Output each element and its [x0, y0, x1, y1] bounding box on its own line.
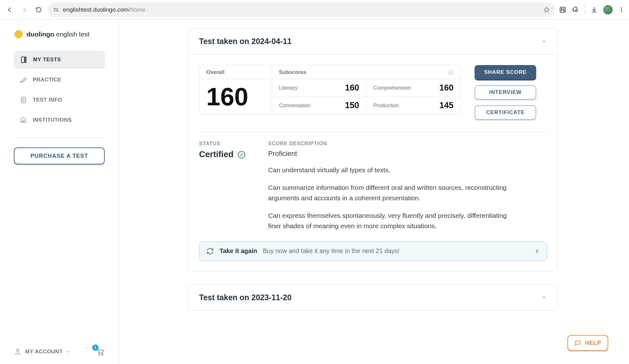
cart-count-badge: 1: [92, 345, 98, 351]
test-result-card: Test taken on 2024-04-11 Overall Subscor…: [188, 28, 558, 272]
browser-reload-button[interactable]: [33, 4, 44, 15]
sidebar-item-test-info[interactable]: TEST INFO: [14, 91, 105, 109]
description-level: Proficient: [268, 150, 517, 158]
score-table: Overall Subscores 160 Literacy: [199, 65, 461, 114]
subscore-label: Comprehension: [373, 85, 411, 91]
interview-button[interactable]: INTERVIEW: [475, 85, 536, 100]
practice-icon: [19, 76, 27, 84]
user-icon: [14, 348, 21, 356]
test-card-header[interactable]: Test taken on 2024-04-11: [188, 29, 558, 54]
svg-point-0: [54, 8, 55, 9]
subscore-label: Literacy: [279, 85, 298, 91]
sidebar-item-my-tests[interactable]: MY TESTS: [14, 51, 105, 69]
refresh-icon: [206, 247, 214, 255]
subscore-label: Production: [373, 102, 399, 109]
site-settings-icon[interactable]: [53, 7, 59, 13]
test-card-header[interactable]: Test taken on 2023-11-20: [188, 285, 558, 310]
svg-point-11: [99, 354, 100, 355]
browser-forward-button[interactable]: [19, 4, 30, 15]
downloads-icon[interactable]: [591, 6, 598, 13]
account-label: MY ACCOUNT: [25, 349, 63, 355]
sidebar-item-practice[interactable]: PRACTICE: [14, 71, 105, 89]
chat-icon: [574, 339, 581, 346]
description-paragraph: Can express themselves spontaneously, ve…: [268, 210, 517, 231]
svg-point-4: [621, 9, 622, 10]
section-divider: [199, 132, 547, 132]
overall-score-value: 160: [199, 79, 272, 114]
institution-icon: [19, 116, 27, 124]
svg-point-12: [102, 354, 103, 355]
sidebar-nav: MY TESTS PRACTICE TEST INFO INSTITUTIONS: [14, 51, 105, 129]
svg-rect-7: [25, 57, 26, 63]
help-button[interactable]: HELP: [567, 335, 608, 351]
browser-menu-icon[interactable]: [618, 7, 625, 13]
sidebar-item-label: MY TESTS: [33, 57, 61, 63]
bookmark-star-icon[interactable]: [543, 6, 550, 13]
subscore-row: Comprehension 160: [366, 79, 460, 97]
chevron-down-icon: [66, 350, 71, 354]
overall-header: Overall: [199, 65, 272, 79]
help-label: HELP: [585, 340, 601, 346]
svg-point-3: [621, 7, 622, 8]
test-header-title: Test taken on 2023-11-20: [199, 293, 292, 302]
brand-logo[interactable]: duolingo english test: [14, 30, 105, 39]
take-again-title: Take it again: [220, 247, 257, 255]
subscore-row: Conversation 150: [272, 97, 366, 114]
svg-rect-6: [21, 57, 25, 63]
score-actions: SHARE SCORE INTERVIEW CERTIFICATE: [475, 65, 536, 120]
description-paragraph: Can summarize information from different…: [268, 182, 517, 203]
check-circle-icon: [237, 151, 246, 159]
subscore-label: Conversation: [279, 102, 310, 109]
notion-extension-icon[interactable]: [559, 6, 566, 14]
brand-text: duolingo english test: [26, 30, 90, 38]
subscore-row: Literacy 160: [272, 79, 366, 97]
sidebar-item-label: INSTITUTIONS: [33, 117, 72, 123]
profile-avatar[interactable]: [603, 5, 613, 14]
browser-back-button[interactable]: [4, 4, 15, 15]
sidebar-item-label: TEST INFO: [33, 97, 62, 103]
status-column: STATUS Certified: [199, 141, 246, 238]
browser-url-bar[interactable]: englishtest.duolingo.com/home: [48, 3, 555, 17]
svg-point-10: [16, 349, 19, 352]
browser-toolbar: englishtest.duolingo.com/home: [0, 0, 629, 19]
test-header-title: Test taken on 2024-04-11: [199, 37, 292, 46]
subscore-row: Production 145: [366, 97, 460, 114]
certificate-button[interactable]: CERTIFICATE: [475, 105, 536, 120]
purchase-test-button[interactable]: PURCHASE A TEST: [14, 147, 105, 164]
svg-point-1: [57, 10, 58, 11]
duolingo-badge-icon: [14, 30, 23, 39]
browser-url-text: englishtest.duolingo.com/home: [63, 6, 539, 13]
document-icon: [19, 96, 27, 104]
subscore-value: 160: [345, 83, 359, 93]
sidebar-item-institutions[interactable]: INSTITUTIONS: [14, 111, 105, 129]
description-paragraph: Can understand virtually all types of te…: [268, 165, 517, 175]
subscore-value: 150: [345, 101, 359, 110]
cart-button[interactable]: 1: [95, 347, 105, 356]
info-icon[interactable]: [448, 69, 454, 75]
sidebar-item-label: PRACTICE: [33, 77, 61, 83]
my-account-menu[interactable]: MY ACCOUNT: [14, 348, 71, 356]
toolbar-divider: [585, 6, 585, 14]
chevron-down-icon: [541, 295, 547, 300]
subscore-value: 145: [439, 101, 454, 110]
extensions-icon[interactable]: [572, 6, 579, 13]
chevron-right-icon: [534, 248, 540, 254]
description-label: SCORE DESCRIPTION: [268, 141, 517, 146]
subscores-header: Subscores: [272, 65, 460, 79]
tests-icon: [20, 56, 27, 63]
svg-point-5: [621, 11, 622, 12]
share-score-button[interactable]: SHARE SCORE: [475, 65, 536, 80]
main-content: Test taken on 2024-04-11 Overall Subscor…: [119, 19, 629, 364]
chevron-down-icon: [541, 39, 547, 44]
subscore-value: 160: [439, 83, 454, 93]
take-it-again-banner[interactable]: Take it again Buy now and take it any ti…: [199, 241, 547, 261]
take-again-subtitle: Buy now and take it any time in the next…: [263, 247, 400, 255]
test-result-card: Test taken on 2023-11-20: [188, 284, 558, 311]
status-label: STATUS: [199, 141, 246, 146]
sidebar: duolingo english test MY TESTS PRACTICE …: [0, 19, 119, 364]
sidebar-divider: [14, 138, 105, 138]
status-value: Certified: [199, 150, 234, 159]
description-column: SCORE DESCRIPTION Proficient Can underst…: [268, 141, 517, 238]
